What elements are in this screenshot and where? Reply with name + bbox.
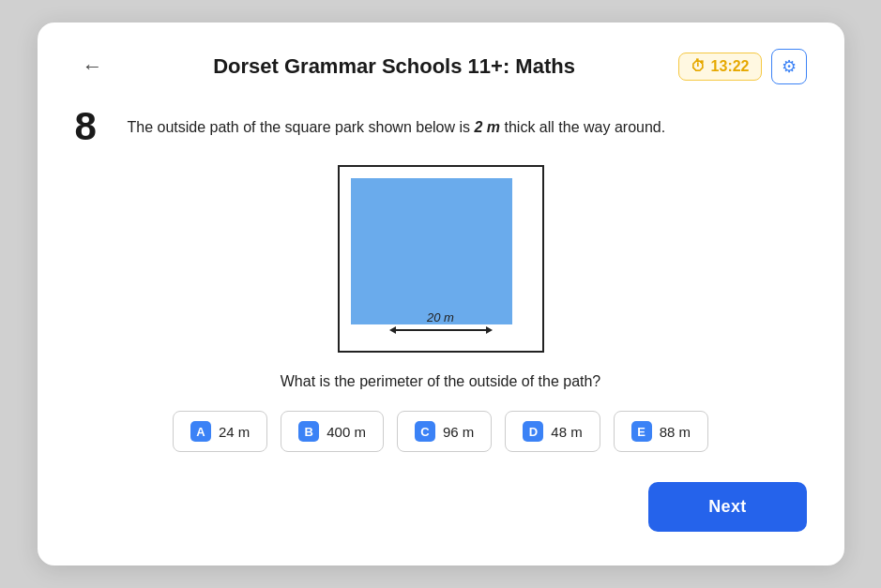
dimension-arrow: [389, 326, 493, 334]
settings-button[interactable]: ⚙: [771, 49, 807, 84]
question-number: 8: [75, 107, 113, 146]
timer-badge: ⏱ 13:22: [678, 53, 762, 81]
timer-value: 13:22: [711, 58, 750, 75]
option-label-e: E: [631, 421, 652, 442]
option-value-d: 48 m: [551, 424, 582, 440]
options-row: A24 mB400 mC96 mD48 mE88 m: [75, 411, 807, 452]
dimension-text: 20 m: [427, 310, 454, 324]
option-btn-b[interactable]: B400 m: [281, 411, 384, 452]
arrow-left: [389, 326, 396, 334]
option-btn-c[interactable]: C96 m: [397, 411, 492, 452]
main-card: ← Dorset Grammar Schools 11+: Maths ⏱ 13…: [38, 23, 844, 565]
diagram-inner-blue: [351, 178, 512, 324]
header: ← Dorset Grammar Schools 11+: Maths ⏱ 13…: [75, 49, 807, 84]
header-right: ⏱ 13:22 ⚙: [678, 49, 807, 84]
arrow-right: [486, 326, 493, 334]
option-value-b: 400 m: [327, 424, 366, 440]
option-value-c: 96 m: [443, 424, 474, 440]
option-value-e: 88 m: [660, 424, 691, 440]
option-btn-d[interactable]: D48 m: [505, 411, 600, 452]
question-text: The outside path of the square park show…: [128, 116, 666, 139]
timer-icon: ⏱: [691, 58, 706, 75]
page-title: Dorset Grammar Schools 11+: Maths: [111, 54, 678, 79]
back-button[interactable]: ←: [75, 51, 111, 83]
option-label-b: B: [298, 421, 319, 442]
option-label-c: C: [415, 421, 435, 442]
option-btn-e[interactable]: E88 m: [614, 411, 708, 452]
dimension-label: 20 m: [340, 310, 542, 334]
option-label-d: D: [523, 421, 543, 442]
option-value-a: 24 m: [219, 424, 250, 440]
diagram-outer: 20 m: [338, 165, 544, 353]
sub-question: What is the perimeter of the outside of …: [75, 373, 807, 390]
settings-icon: ⚙: [782, 56, 797, 77]
next-button[interactable]: Next: [648, 482, 806, 532]
question-row: 8 The outside path of the square park sh…: [75, 107, 807, 146]
bottom-row: Next: [75, 482, 807, 532]
option-btn-a[interactable]: A24 m: [173, 411, 267, 452]
option-label-a: A: [190, 421, 211, 442]
diagram-area: 20 m: [75, 165, 807, 353]
arrow-line: [396, 329, 486, 331]
